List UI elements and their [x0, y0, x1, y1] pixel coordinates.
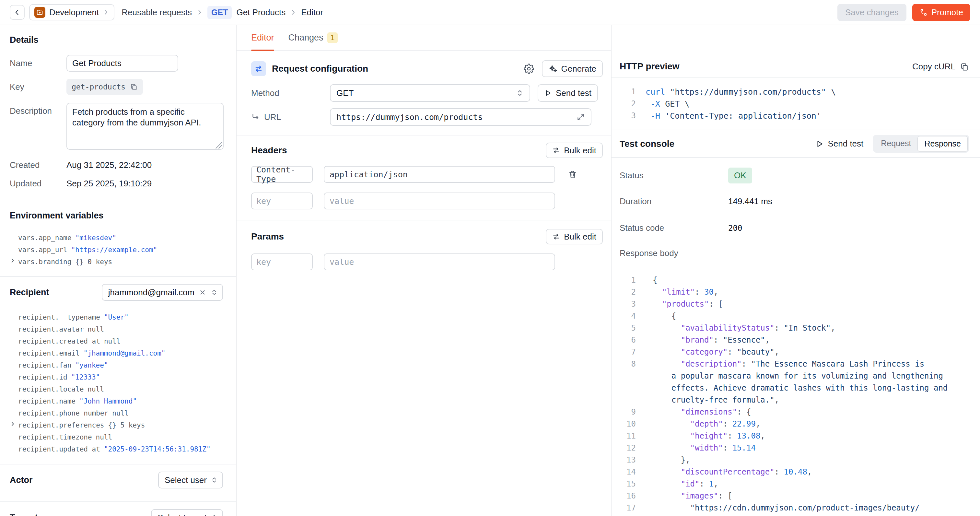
- bulk-edit-icon: [552, 233, 560, 240]
- line-number: 1: [611, 274, 636, 286]
- code-text: "width": 15.14: [653, 442, 756, 454]
- header-value-value: application/json: [329, 170, 408, 179]
- clear-icon[interactable]: [199, 289, 206, 296]
- recipient-row: recipient.phone_numbernull: [10, 407, 223, 419]
- code-text: a popular mascara known for its volumizi…: [653, 370, 943, 382]
- code-text: cruelty-free formula.",: [653, 394, 779, 406]
- toggle-response[interactable]: Response: [918, 136, 968, 151]
- key-label: Key: [10, 82, 67, 92]
- property-key: vars.branding: [18, 258, 71, 266]
- code-text: "id": 1,: [653, 478, 718, 490]
- recipient-row: recipient.preferences{} 5 keys: [10, 419, 223, 431]
- updated-value: Sep 25 2025, 19:10:29: [67, 178, 152, 189]
- updated-label: Updated: [10, 178, 67, 189]
- name-value: Get Products: [72, 58, 121, 68]
- param-key-input[interactable]: key: [251, 253, 313, 270]
- chevron-right-icon[interactable]: [10, 258, 16, 263]
- code-text: "brand": "Essence",: [653, 334, 770, 346]
- environment-switcher[interactable]: Development: [29, 4, 115, 21]
- code-line: 3 "products": [: [611, 298, 980, 310]
- details-title: Details: [10, 35, 223, 45]
- console-send-test-label: Send test: [828, 139, 863, 149]
- header-key-value: Content-Type: [256, 165, 307, 184]
- param-key-placeholder: key: [256, 257, 271, 267]
- code-line: 15 "id": 1,: [611, 478, 980, 490]
- property-key: recipient.name: [18, 397, 75, 405]
- code-line: 11 "height": 13.08,: [611, 430, 980, 442]
- tab-changes[interactable]: Changes 1: [288, 25, 338, 50]
- save-changes-button[interactable]: Save changes: [837, 4, 907, 21]
- gear-icon[interactable]: [524, 64, 534, 74]
- actor-select[interactable]: Select user: [158, 471, 223, 489]
- code-line: 14 "discountPercentage": 10.48,: [611, 466, 980, 478]
- params-bulk-edit-button[interactable]: Bulk edit: [546, 229, 603, 244]
- name-field[interactable]: Get Products: [67, 55, 178, 72]
- code-line: 4 {: [611, 310, 980, 322]
- curl-preview-code: 1curl "https://dummyjson.com/products" \…: [611, 78, 980, 122]
- recipient-row: recipient.fan"yankee": [10, 359, 223, 371]
- method-label: Method: [251, 88, 330, 98]
- url-field[interactable]: https://dummyjson.com/products: [330, 108, 592, 126]
- breadcrumb-reusable-requests[interactable]: Reusable requests: [121, 8, 192, 18]
- generate-button[interactable]: Generate: [542, 60, 603, 77]
- code-line: 2 "limit": 30,: [611, 286, 980, 298]
- property-key: vars.app_name: [18, 234, 71, 242]
- property-value: "2025-09-23T14:56:31.981Z": [104, 445, 211, 453]
- description-label: Description: [10, 106, 67, 116]
- tab-changes-label: Changes: [288, 33, 323, 43]
- promote-label: Promote: [931, 8, 963, 18]
- code-line: 1curl "https://dummyjson.com/products" \: [611, 86, 980, 98]
- method-select[interactable]: GET: [330, 84, 530, 102]
- code-text: -H 'Content-Type: application/json': [646, 110, 821, 122]
- send-test-button[interactable]: Send test: [538, 84, 598, 102]
- breadcrumb-request-name[interactable]: Get Products: [236, 8, 285, 18]
- actor-title: Actor: [10, 475, 33, 485]
- recipient-combobox[interactable]: jhammond@gmail.com: [102, 284, 223, 301]
- top-bar: Development Reusable requests GET Get Pr…: [0, 0, 980, 25]
- swap-arrows-icon: [251, 61, 266, 76]
- tenant-select[interactable]: Select tenant: [151, 509, 223, 516]
- code-line: 10 "depth": 22.99,: [611, 418, 980, 430]
- test-console-header: Test console Send test Request Response: [611, 130, 980, 158]
- env-var-row: vars.branding{} 0 keys: [10, 256, 223, 268]
- line-number: [611, 514, 636, 516]
- env-var-row: vars.app_url"https://example.com": [10, 244, 223, 256]
- property-value: "12333": [71, 373, 100, 381]
- console-send-test-button[interactable]: Send test: [815, 139, 863, 149]
- copy-icon[interactable]: [130, 83, 138, 91]
- params-bulk-edit-label: Bulk edit: [564, 232, 596, 242]
- code-text: "availabilityStatus": "In Stock",: [653, 322, 835, 334]
- play-icon: [815, 140, 824, 148]
- key-chip: get-products: [67, 79, 143, 95]
- line-number: 2: [611, 286, 636, 298]
- expand-icon[interactable]: [576, 113, 585, 121]
- promote-button[interactable]: Promote: [912, 4, 970, 21]
- details-sidebar: Details Name Get Products Key get-produc…: [0, 25, 237, 516]
- tab-editor[interactable]: Editor: [251, 25, 274, 50]
- property-value: "jhammond@gmail.com": [84, 349, 165, 357]
- git-branch-icon: [920, 8, 928, 16]
- property-value: "yankee": [75, 362, 108, 369]
- created-value: Aug 31 2025, 22:42:00: [67, 160, 152, 170]
- code-line: 13 },: [611, 454, 980, 466]
- chevron-right-icon[interactable]: [10, 421, 16, 427]
- header-value-input[interactable]: value: [324, 193, 555, 209]
- back-button[interactable]: [10, 5, 25, 20]
- recipient-row: recipient.id"12333": [10, 371, 223, 383]
- breadcrumb-editor[interactable]: Editor: [301, 8, 323, 18]
- property-value: null: [112, 409, 129, 417]
- chevron-updown-icon[interactable]: [211, 289, 218, 296]
- recipient-properties-list: recipient.__typename"User"recipient.avat…: [10, 311, 223, 455]
- headers-bulk-edit-button[interactable]: Bulk edit: [546, 143, 603, 158]
- header-key-input[interactable]: key: [251, 193, 313, 209]
- header-value-field[interactable]: application/json: [324, 166, 555, 183]
- copy-curl-button[interactable]: Copy cURL: [912, 62, 969, 72]
- tenant-select-label: Select tenant: [158, 513, 207, 516]
- header-key-field[interactable]: Content-Type: [251, 166, 313, 183]
- trash-icon[interactable]: [568, 170, 577, 179]
- description-field[interactable]: Fetch products from a specific category …: [67, 103, 224, 150]
- recipient-row: recipient.__typename"User": [10, 311, 223, 323]
- line-number: 7: [611, 346, 636, 358]
- toggle-request[interactable]: Request: [874, 136, 918, 151]
- param-value-input[interactable]: value: [324, 253, 555, 270]
